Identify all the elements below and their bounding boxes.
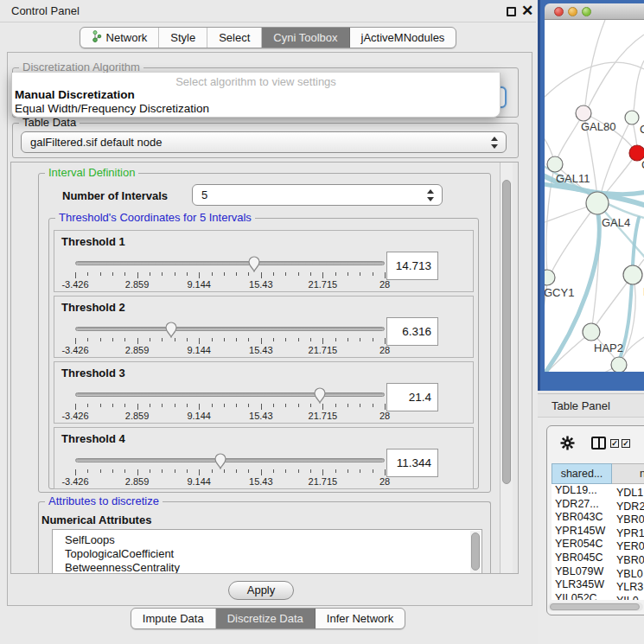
top-tab-group: Network Style Select Cyni Toolbox jActiv… bbox=[80, 27, 457, 48]
table-row[interactable]: YBR045CYBR0 bbox=[552, 552, 644, 565]
network-node-label: GA bbox=[640, 123, 644, 136]
slider-track[interactable] bbox=[75, 327, 385, 331]
number-of-intervals-spinner[interactable]: 5 bbox=[192, 184, 443, 206]
column-header-name[interactable]: na bbox=[612, 463, 644, 484]
table-horizontal-scrollbar[interactable] bbox=[548, 603, 643, 611]
network-node[interactable] bbox=[583, 323, 600, 341]
minimize-traffic-light-icon[interactable] bbox=[568, 7, 577, 16]
scrollbar-thumb[interactable] bbox=[502, 180, 511, 484]
control-panel-titlebar: Control Panel ✕ bbox=[0, 0, 536, 22]
network-node[interactable] bbox=[611, 357, 627, 372]
threshold-value-field[interactable]: 21.4 bbox=[386, 383, 438, 411]
table-row[interactable]: YDL19...YDL1 bbox=[552, 484, 644, 498]
tab-jactivemnodules-label: jActiveMNodules bbox=[361, 31, 445, 44]
threshold-slider[interactable]: -3.4262.8599.14415.4321.71528 bbox=[75, 321, 385, 357]
tab-impute-data-label: Impute Data bbox=[143, 612, 204, 625]
table-row[interactable]: YBL079WYBL0 bbox=[552, 565, 644, 579]
slider-track[interactable] bbox=[75, 261, 385, 265]
tab-impute-data[interactable]: Impute Data bbox=[131, 609, 216, 628]
column-header-shared-name[interactable]: shared... bbox=[552, 463, 612, 484]
table-row[interactable]: YPR145WYPR1 bbox=[552, 525, 644, 539]
slider-thumb-icon[interactable] bbox=[247, 255, 260, 272]
tab-jactivemnodules[interactable]: jActiveMNodules bbox=[350, 28, 456, 48]
network-node[interactable] bbox=[623, 265, 642, 284]
threshold-label: Threshold 1 bbox=[61, 235, 125, 248]
attributes-list-scrollbar[interactable] bbox=[470, 531, 481, 573]
slider-tick-labels: -3.4262.8599.14415.4321.71528 bbox=[75, 345, 385, 355]
tab-discretize-data[interactable]: Discretize Data bbox=[216, 609, 316, 628]
network-node[interactable] bbox=[547, 156, 563, 172]
network-node[interactable] bbox=[545, 270, 555, 285]
slider-ticks bbox=[75, 404, 385, 410]
table-row[interactable]: YBR043CYBR0 bbox=[552, 511, 644, 525]
threshold-label: Threshold 3 bbox=[61, 367, 125, 379]
network-node[interactable] bbox=[586, 192, 609, 214]
slider-ticks bbox=[75, 272, 385, 278]
tab-cyni-toolbox[interactable]: Cyni Toolbox bbox=[262, 28, 349, 48]
tab-infer-network[interactable]: Infer Network bbox=[316, 609, 405, 628]
threshold-slider[interactable]: -3.4262.8599.14415.4321.71528 bbox=[75, 255, 385, 291]
table-data-dropdown-value: galFiltered.sif default node bbox=[30, 132, 162, 152]
top-tab-bar: Network Style Select Cyni Toolbox jActiv… bbox=[0, 27, 536, 48]
numerical-attributes-list[interactable]: SelfLoopsTopologicalCoefficientBetweenne… bbox=[52, 529, 482, 573]
threshold-value-field[interactable]: 11.344 bbox=[386, 449, 438, 477]
tab-network-label: Network bbox=[106, 31, 148, 44]
settings-gear-icon[interactable] bbox=[560, 436, 575, 454]
threshold-slider[interactable]: -3.4262.8599.14415.4321.71528 bbox=[75, 452, 385, 488]
table-row[interactable]: YLR345WYLR3 bbox=[552, 578, 644, 592]
slider-tick-labels: -3.4262.8599.14415.4321.71528 bbox=[75, 411, 385, 421]
checkbox-checked-icon[interactable]: ✓ bbox=[622, 439, 630, 448]
scrollbar-thumb[interactable] bbox=[550, 603, 640, 610]
slider-track[interactable] bbox=[75, 392, 385, 397]
number-of-intervals-label: Number of Intervals bbox=[62, 189, 168, 202]
split-columns-icon[interactable] bbox=[591, 437, 606, 450]
slider-tick-labels: -3.4262.8599.14415.4321.71528 bbox=[75, 476, 385, 487]
tab-style[interactable]: Style bbox=[159, 28, 207, 48]
slider-track[interactable] bbox=[75, 458, 385, 462]
settings-vertical-scrollbar[interactable] bbox=[500, 163, 513, 573]
attribute-item[interactable]: SelfLoops bbox=[53, 530, 481, 547]
checkbox-checked-icon[interactable]: ✓ bbox=[610, 439, 619, 448]
table-data-group-title: Table Data bbox=[19, 116, 80, 129]
slider-thumb-icon[interactable] bbox=[313, 386, 326, 404]
float-window-icon[interactable] bbox=[507, 7, 516, 16]
close-icon[interactable]: ✕ bbox=[521, 1, 533, 22]
close-traffic-light-icon[interactable] bbox=[554, 7, 564, 16]
table-row[interactable]: YDR27...YDR2 bbox=[552, 498, 644, 512]
threshold-value-field[interactable]: 6.316 bbox=[386, 317, 438, 346]
network-node[interactable] bbox=[576, 105, 591, 121]
network-node-label: GCY1 bbox=[545, 286, 574, 299]
tab-select[interactable]: Select bbox=[207, 28, 262, 48]
apply-button[interactable]: Apply bbox=[228, 581, 294, 600]
network-icon bbox=[92, 30, 102, 45]
table-row[interactable]: YER054CYER0 bbox=[552, 538, 644, 552]
bottom-tab-group: Impute Data Discretize Data Infer Networ… bbox=[131, 608, 405, 629]
table-rows[interactable]: YDL19...YDL1YDR27...YDR2YBR043CYBR0YPR14… bbox=[552, 484, 644, 600]
number-of-intervals-value: 5 bbox=[201, 185, 207, 205]
tab-select-label: Select bbox=[219, 31, 250, 44]
threshold-value-field[interactable]: 14.713 bbox=[386, 252, 438, 280]
algorithm-dropdown-popup: Select algorithm to view settings Manual… bbox=[11, 73, 501, 118]
network-node-label: GAL4 bbox=[602, 216, 630, 229]
tab-network[interactable]: Network bbox=[80, 28, 160, 48]
thresholds-group-title: Threshold's Coordinates for 5 Intervals bbox=[55, 211, 255, 224]
slider-ticks bbox=[75, 469, 385, 475]
node-table: shared... na YDL19...YDL1YDR27...YDR2YBR… bbox=[552, 463, 644, 600]
attribute-item[interactable]: TopologicalCoefficient bbox=[53, 547, 481, 561]
interval-definition-title: Interval Definition bbox=[45, 166, 138, 179]
table-data-dropdown[interactable]: galFiltered.sif default node bbox=[21, 131, 507, 153]
tab-infer-network-label: Infer Network bbox=[327, 612, 393, 625]
algorithm-option-manual-discretization[interactable]: Manual Discretization bbox=[15, 88, 135, 101]
slider-thumb-icon[interactable] bbox=[164, 321, 177, 338]
attribute-item[interactable]: BetweennessCentrality bbox=[53, 561, 481, 573]
table-row[interactable]: YIL052CYIL0 bbox=[552, 592, 644, 600]
network-canvas[interactable]: GAL80GACGAL11GAL4GCY1HHAP2 bbox=[545, 20, 644, 372]
slider-thumb-icon[interactable] bbox=[214, 452, 227, 469]
network-node[interactable] bbox=[625, 111, 639, 124]
network-window-titlebar[interactable] bbox=[545, 3, 644, 20]
algorithm-option-equal-width-frequency[interactable]: Equal Width/Frequency Discretization bbox=[15, 102, 209, 115]
bottom-tab-bar: Impute Data Discretize Data Infer Networ… bbox=[0, 608, 536, 629]
threshold-slider[interactable]: -3.4262.8599.14415.4321.71528 bbox=[75, 386, 385, 423]
app-root: Control Panel ✕ Network Style Select bbox=[0, 0, 644, 644]
zoom-traffic-light-icon[interactable] bbox=[582, 7, 591, 16]
